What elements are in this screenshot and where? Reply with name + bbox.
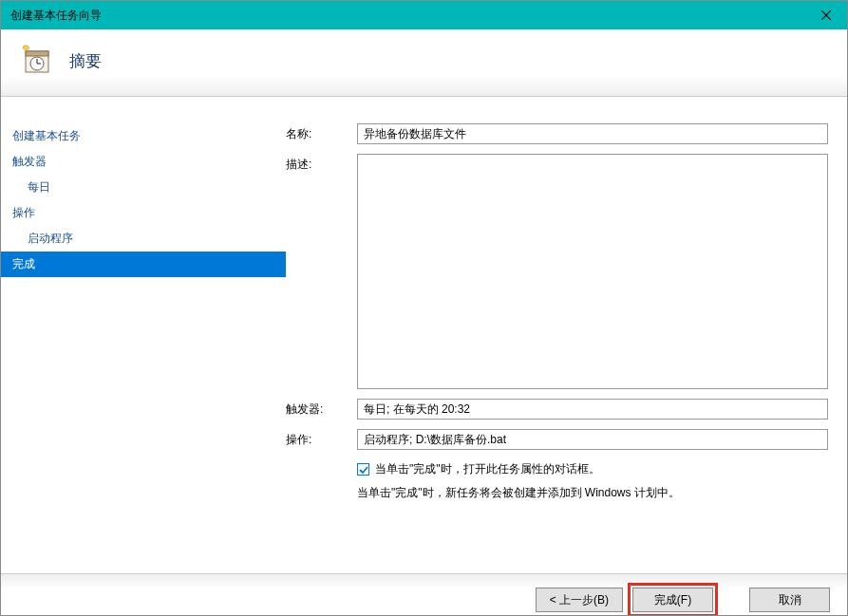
trigger-value: 每日; 在每天的 20:32	[357, 399, 828, 420]
wizard-steps-sidebar: 创建基本任务 触发器 每日 操作 启动程序 完成	[1, 97, 286, 573]
action-label: 操作:	[286, 429, 357, 450]
name-label: 名称:	[286, 123, 357, 144]
info-text: 当单击"完成"时，新任务将会被创建并添加到 Windows 计划中。	[357, 481, 828, 501]
wizard-footer: < 上一步(B) 完成(F) 取消	[1, 573, 847, 616]
description-textarea[interactable]	[357, 154, 828, 389]
finish-button[interactable]: 完成(F)	[632, 588, 713, 612]
back-button[interactable]: < 上一步(B)	[536, 588, 623, 612]
open-properties-checkbox[interactable]	[357, 463, 369, 476]
trigger-label: 触发器:	[286, 399, 357, 420]
close-icon	[821, 10, 831, 20]
sidebar-item-daily[interactable]: 每日	[1, 175, 286, 200]
sidebar-item-finish[interactable]: 完成	[1, 252, 286, 277]
sidebar-item-trigger[interactable]: 触发器	[1, 149, 286, 175]
sidebar-item-start-program[interactable]: 启动程序	[1, 226, 286, 252]
page-title: 摘要	[69, 50, 102, 72]
check-icon	[359, 465, 368, 475]
close-button[interactable]	[804, 1, 847, 29]
wizard-content: 创建基本任务 触发器 每日 操作 启动程序 完成 名称: 描述: 触发器: 每日…	[1, 97, 847, 573]
task-scheduler-icon	[20, 44, 52, 79]
checkbox-label: 当单击"完成"时，打开此任务属性的对话框。	[375, 461, 600, 477]
titlebar: 创建基本任务向导	[1, 1, 847, 29]
svg-rect-3	[26, 51, 48, 56]
sidebar-item-action[interactable]: 操作	[1, 200, 286, 226]
cancel-button[interactable]: 取消	[749, 588, 830, 612]
wizard-header: 摘要	[1, 29, 847, 97]
sidebar-item-create-task[interactable]: 创建基本任务	[1, 123, 286, 149]
name-input[interactable]	[357, 123, 828, 144]
wizard-main-panel: 名称: 描述: 触发器: 每日; 在每天的 20:32 操作: 启动程序; D:…	[286, 97, 847, 573]
action-value: 启动程序; D:\数据库备份.bat	[357, 429, 828, 450]
description-label: 描述:	[286, 154, 357, 173]
window-title: 创建基本任务向导	[10, 8, 804, 24]
